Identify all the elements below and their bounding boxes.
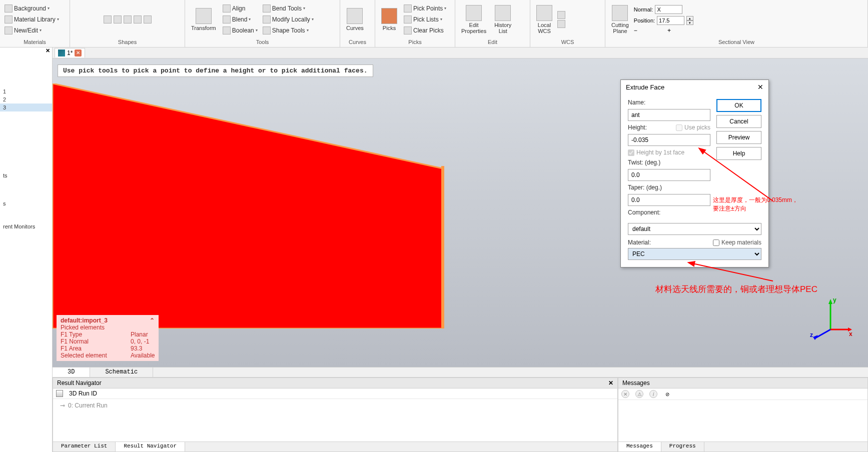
name-label: Name: <box>628 99 710 106</box>
shape-cylinder-icon[interactable] <box>124 16 132 24</box>
cst-file-icon <box>58 50 65 56</box>
boolean-button[interactable]: Boolean▾ <box>221 26 259 36</box>
annotation-material: 材料选天线所需要的，铜或者理想导体PEC <box>655 284 868 295</box>
sectional-group-label: Sectional View <box>608 38 864 46</box>
svg-text:z: z <box>810 332 813 338</box>
position-input[interactable] <box>657 16 684 25</box>
document-tab[interactable]: 1* ✕ <box>55 48 85 58</box>
background-button[interactable]: Background▾ <box>3 4 61 14</box>
component-select[interactable]: default <box>628 223 761 235</box>
height-label: Height: <box>628 124 647 131</box>
info-filter-icon[interactable]: i <box>649 390 657 398</box>
messages-tab[interactable]: Messages <box>618 442 661 452</box>
info-picked-label: Picked elements <box>61 324 131 331</box>
cancel-button[interactable]: Cancel <box>716 115 761 128</box>
slider-plus[interactable]: + <box>667 27 671 34</box>
cutting-plane-button[interactable]: Cutting Plane <box>608 4 632 35</box>
tree-item[interactable]: ts <box>0 172 52 180</box>
local-wcs-button[interactable]: Local WCS <box>533 4 555 35</box>
position-label: Position: <box>634 18 655 24</box>
3d-tab[interactable]: 3D <box>53 368 90 377</box>
twist-label: Twist: (deg.) <box>628 159 710 166</box>
align-button[interactable]: Align <box>221 4 259 14</box>
normal-label: Normal: <box>634 6 653 12</box>
taper-label: Taper: (deg.) <box>628 184 710 191</box>
edit-properties-button[interactable]: Edit Properties <box>458 4 489 35</box>
picks-button[interactable]: Picks <box>378 7 400 32</box>
picked-info-box: default:import_3⌃ Picked elements F1 Typ… <box>57 315 159 361</box>
svg-line-10 <box>815 330 830 338</box>
annotation-thickness: 这里是厚度，一般为0.035mm， 要注意±方向 <box>713 196 868 213</box>
materials-group-label: Materials <box>3 38 67 46</box>
close-icon[interactable]: ✕ <box>46 48 50 54</box>
normal-input[interactable] <box>655 5 682 14</box>
name-input[interactable] <box>628 109 710 121</box>
slider-minus[interactable]: − <box>634 27 637 34</box>
history-list-button[interactable]: History List <box>491 4 514 35</box>
extrude-face-dialog: Extrude Face ✕ Name: Height: Use picks H… <box>620 80 769 268</box>
material-library-button[interactable]: Material Library▾ <box>3 14 61 24</box>
modify-locally-button[interactable]: Modify Locally▾ <box>261 14 315 24</box>
tree-item[interactable]: 2 <box>0 96 52 104</box>
wcs-icon-1[interactable] <box>557 11 565 19</box>
panel-close-icon[interactable]: ✕ <box>608 380 613 386</box>
3d-viewport[interactable]: Use pick tools to pick a point to define… <box>53 58 868 367</box>
document-tabs: 1* ✕ <box>53 48 868 58</box>
dialog-title: Extrude Face <box>626 84 664 91</box>
new-edit-button[interactable]: New/Edit▾ <box>3 26 61 36</box>
tree-item[interactable]: 3 <box>0 104 52 112</box>
shape-torus-icon[interactable] <box>144 16 152 24</box>
clear-messages-icon[interactable]: ⊘ <box>663 390 671 398</box>
axes-gizmo: y x z <box>808 297 853 347</box>
use-picks-checkbox <box>676 124 682 131</box>
pick-lists-button[interactable]: Pick Lists▾ <box>402 14 448 24</box>
shape-tools-button[interactable]: Shape Tools▾ <box>261 26 315 36</box>
pick-points-button[interactable]: Pick Points▾ <box>402 4 448 14</box>
pick-hint: Use pick tools to pick a point to define… <box>58 64 373 77</box>
material-select[interactable]: PEC <box>628 248 761 260</box>
shape-cone-icon[interactable] <box>134 16 142 24</box>
current-run-item[interactable]: ⊸0: Current Run <box>58 401 612 410</box>
shape-cube-icon[interactable] <box>104 16 112 24</box>
parameter-list-tab[interactable]: Parameter List <box>53 442 116 452</box>
result-navigator-tab[interactable]: Result Navigator <box>116 442 185 452</box>
component-label: Component: <box>628 209 710 216</box>
filter-icon[interactable] <box>56 390 63 397</box>
view-tabs: 3D Schematic <box>53 367 868 377</box>
taper-input[interactable] <box>628 194 710 206</box>
shapes-group-label: Shapes <box>73 38 182 46</box>
blend-button[interactable]: Blend▾ <box>221 14 259 24</box>
curves-button[interactable]: Curves <box>343 7 367 32</box>
error-filter-icon[interactable]: ✕ <box>621 390 629 398</box>
clear-picks-button[interactable]: Clear Picks <box>402 26 448 36</box>
edit-group-label: Edit <box>458 38 527 46</box>
help-button[interactable]: Help <box>716 147 761 160</box>
twist-input[interactable] <box>628 169 710 181</box>
tree-item[interactable]: rent Monitors <box>0 222 52 230</box>
collapse-icon[interactable]: ⌃ <box>150 317 155 324</box>
picks-group-label: Picks <box>378 38 452 46</box>
tab-label: 1* <box>67 50 73 56</box>
dialog-close-icon[interactable]: ✕ <box>757 83 763 91</box>
schematic-tab[interactable]: Schematic <box>90 368 153 377</box>
transform-button[interactable]: Transform <box>188 7 219 32</box>
position-down[interactable]: ▾ <box>686 20 693 25</box>
preview-button[interactable]: Preview <box>716 131 761 144</box>
progress-tab[interactable]: Progress <box>661 442 704 452</box>
panel-title: Messages <box>622 380 650 386</box>
result-navigator-panel: Result Navigator✕ 3D Run ID ⊸0: Current … <box>53 378 618 452</box>
tree-item[interactable]: 1 <box>0 88 52 96</box>
shape-sphere-icon[interactable] <box>114 16 122 24</box>
keep-materials-checkbox[interactable] <box>713 240 719 246</box>
selected-face-shape <box>53 84 458 328</box>
wcs-icon-2[interactable] <box>557 20 565 28</box>
warning-filter-icon[interactable]: ⚠ <box>635 390 643 398</box>
position-up[interactable]: ▴ <box>686 16 693 20</box>
bend-tools-button[interactable]: Bend Tools▾ <box>261 4 315 14</box>
tab-close-icon[interactable]: ✕ <box>75 50 82 56</box>
panel-title: Result Navigator <box>57 380 102 386</box>
messages-panel: Messages ✕ ⚠ i ⊘ Messages Progress <box>618 378 868 452</box>
ok-button[interactable]: OK <box>716 99 761 112</box>
height-input[interactable] <box>628 134 710 146</box>
tree-item[interactable]: s <box>0 200 52 208</box>
